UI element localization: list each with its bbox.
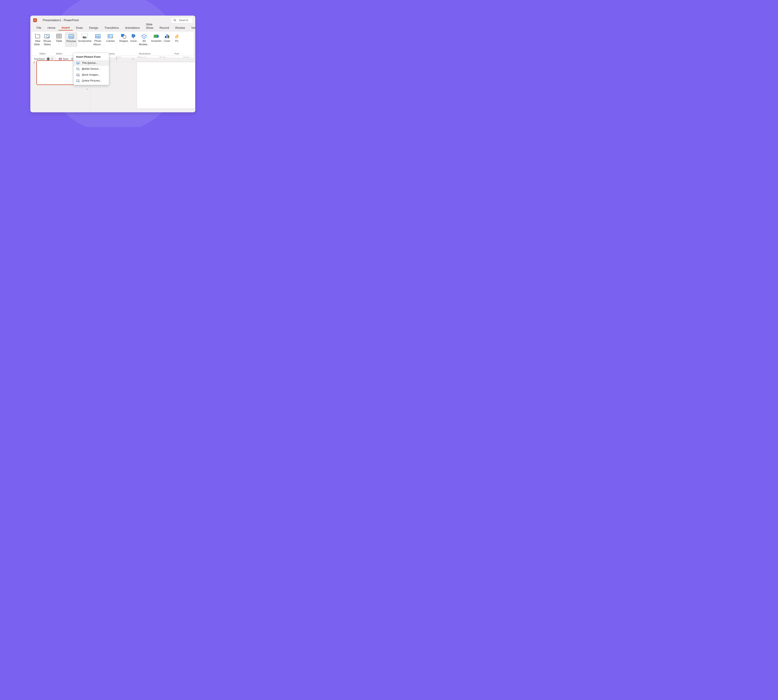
tab-transitions[interactable]: Transitions [102, 26, 122, 30]
screenshot-icon [81, 33, 88, 39]
ruler-tick: 2 [86, 89, 88, 90]
svg-point-52 [78, 62, 79, 63]
menu-item-stock-images[interactable]: Stock Images... [73, 72, 109, 78]
svg-line-59 [79, 76, 80, 77]
reuse-slides-icon [44, 33, 50, 39]
slide-number: 1 [33, 61, 35, 110]
ribbon-group-illustrations: Shapes⌄ Icons 3DModels⌄ [117, 32, 173, 55]
cameo-button[interactable]: P Cameo⌄ [105, 33, 116, 45]
svg-rect-20 [85, 37, 87, 38]
smartart-icon [153, 33, 159, 39]
tab-draw[interactable]: Draw [73, 26, 86, 30]
shapes-button[interactable]: Shapes⌄ [118, 33, 129, 47]
tab-home[interactable]: Home [45, 26, 58, 30]
icons-button[interactable]: Icons [129, 33, 138, 47]
workspace: 1 2 6 5 4 [30, 58, 195, 112]
window-title: Presentation1 - PowerPoint [43, 18, 79, 22]
pictures-icon [68, 33, 74, 40]
pictures-button[interactable]: Pictures⌄ [65, 33, 77, 47]
3d-models-button[interactable]: 3DModels⌄ [138, 33, 150, 47]
ribbon-group-tables: Table⌄ Tables [53, 32, 65, 55]
svg-text:P: P [109, 35, 110, 37]
svg-point-57 [78, 74, 78, 75]
ruler-mark: 5 [116, 58, 117, 60]
reuse-slides-button[interactable]: ReuseSlides [42, 33, 52, 47]
svg-line-1 [175, 21, 176, 21]
photo-album-icon [95, 33, 101, 39]
powerpoint-app-icon: P [33, 18, 37, 22]
svg-point-15 [72, 35, 73, 36]
dropdown-title: Insert Picture From [73, 54, 109, 60]
tab-animations[interactable]: Animations [122, 26, 143, 30]
screenshot-button[interactable]: Screenshot⌄ [77, 33, 92, 47]
svg-point-22 [99, 35, 99, 36]
title-separator: - [62, 18, 64, 22]
tab-review[interactable]: Review [172, 26, 188, 30]
svg-rect-37 [176, 35, 177, 38]
svg-rect-38 [177, 34, 178, 38]
svg-point-0 [174, 19, 176, 21]
menu-item-online-pictures[interactable]: Online Pictures... [73, 78, 109, 84]
mobile-device-icon [76, 67, 80, 71]
search-placeholder: Search [179, 18, 188, 22]
ruler-mark: 4 [132, 58, 134, 60]
group-label-illustrations: Illustrations [117, 52, 173, 55]
search-box[interactable]: Search [171, 17, 192, 23]
svg-point-54 [78, 68, 78, 69]
svg-point-7 [47, 35, 48, 38]
photo-album-button[interactable]: PhotoAlbum⌄ [92, 33, 104, 47]
svg-rect-33 [165, 36, 166, 38]
app-name: PowerPoint [63, 18, 79, 22]
power-bi-button[interactable]: Po [174, 33, 180, 43]
group-label-slides: Slides [32, 52, 53, 55]
ribbon-group-power: Po Pow [173, 32, 181, 55]
3d-models-icon [141, 33, 147, 39]
cameo-icon: P [107, 33, 114, 39]
tab-record[interactable]: Record [156, 26, 172, 30]
power-bi-icon [175, 33, 179, 39]
tab-design[interactable]: Design [86, 26, 101, 30]
tab-file[interactable]: File [33, 26, 45, 30]
svg-rect-5 [35, 34, 36, 35]
tab-slideshow[interactable]: Slide Show [143, 23, 157, 30]
svg-point-18 [83, 37, 85, 38]
tab-insert[interactable]: Insert [58, 26, 73, 30]
this-device-icon [76, 61, 80, 65]
slide-canvas[interactable] [137, 62, 195, 108]
table-button[interactable]: Table⌄ [55, 33, 63, 45]
ribbon-group-slides: NewSlide⌄ ReuseSlides Slides [32, 32, 53, 55]
svg-rect-14 [69, 34, 74, 38]
tab-view[interactable]: Vie [188, 26, 195, 30]
svg-rect-9 [57, 34, 61, 38]
pictures-dropdown-menu: Insert Picture From This Device... Mobil… [73, 53, 109, 85]
icons-icon [130, 33, 137, 39]
new-slide-icon [35, 33, 40, 39]
svg-rect-34 [167, 34, 168, 38]
app-window: P Presentation1 - PowerPoint Search File… [30, 15, 195, 112]
ribbon-group-images: Pictures⌄ Screenshot⌄ PhotoAlbum⌄ [65, 32, 104, 55]
menu-item-mobile-device[interactable]: Mobile Device... [73, 66, 109, 72]
menu-item-this-device[interactable]: This Device... [73, 60, 109, 66]
svg-rect-36 [175, 36, 176, 38]
group-label-power: Pow [173, 52, 181, 55]
svg-rect-35 [168, 35, 169, 38]
online-pictures-icon [76, 79, 80, 82]
search-icon [174, 19, 177, 22]
svg-rect-51 [77, 64, 78, 64]
ribbon-tabs: File Home Insert Draw Design Transitions… [30, 25, 195, 30]
table-icon [56, 33, 62, 39]
group-label-tables: Tables [53, 52, 65, 55]
svg-rect-55 [78, 68, 79, 70]
chart-button[interactable]: Chart [162, 33, 172, 47]
title-bar: P Presentation1 - PowerPoint Search [30, 15, 195, 25]
stock-images-icon [76, 73, 80, 77]
smartart-button[interactable]: SmartArt [150, 33, 162, 47]
chart-icon [164, 33, 170, 39]
svg-point-61 [78, 80, 78, 81]
ribbon-panel: NewSlide⌄ ReuseSlides Slides Table⌄ [32, 32, 194, 56]
new-slide-button[interactable]: NewSlide⌄ [33, 33, 42, 47]
svg-point-27 [123, 35, 126, 38]
shapes-icon [120, 33, 127, 39]
ribbon-group-camera: P Cameo⌄ Camera [104, 32, 117, 55]
document-name: Presentation1 [43, 18, 61, 22]
